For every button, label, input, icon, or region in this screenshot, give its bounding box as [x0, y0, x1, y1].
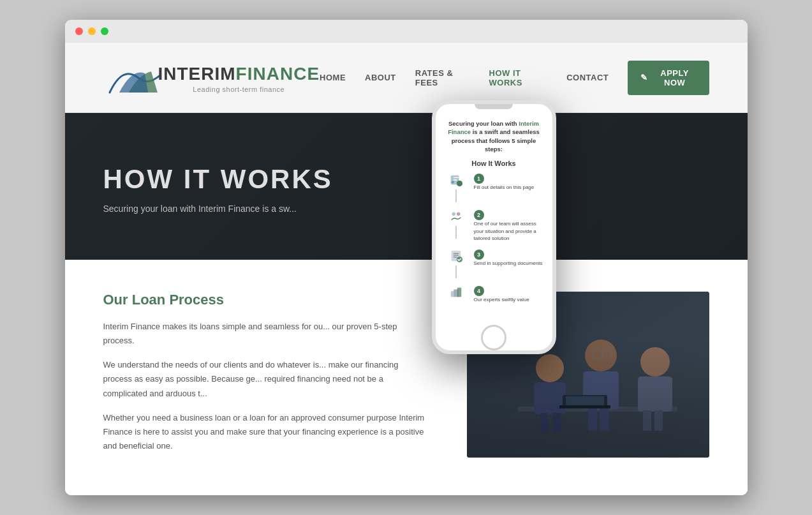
step-1-number: 1: [474, 174, 484, 184]
step-4-number: 4: [474, 286, 484, 296]
nav-home[interactable]: HOME: [320, 73, 346, 82]
browser-dot-minimize[interactable]: [88, 27, 96, 35]
svg-point-21: [593, 349, 603, 359]
step-1-icon: [448, 172, 464, 188]
step-2-left: [443, 209, 469, 239]
step-1-left: [443, 172, 469, 202]
svg-rect-16: [553, 413, 561, 432]
hero-title: HOW IT WORKS: [103, 164, 709, 195]
phone-step-3: 3 Send in supporting documents: [443, 248, 545, 278]
phone-step-4: 4 Our experts swiftly value: [443, 285, 545, 303]
svg-rect-30: [566, 396, 604, 405]
logo-mountain-icon: [103, 62, 161, 97]
svg-rect-14: [534, 382, 566, 414]
svg-point-5: [456, 213, 460, 216]
phone-section-title: How It Works: [443, 160, 545, 167]
svg-point-22: [601, 349, 611, 359]
apply-now-button[interactable]: ✎ APPLY NOW: [628, 61, 709, 95]
phone-intro-text: Securing your loan with Interim Finance …: [443, 119, 545, 153]
step-3-number: 3: [474, 250, 484, 260]
step-4-left: [443, 285, 469, 300]
phone-step-1: 1 Fill out details on this page: [443, 172, 545, 202]
nav-area: HOME ABOUT RATES & FEES HOW IT WORKS CON…: [320, 61, 709, 95]
svg-point-1: [456, 181, 462, 186]
step-1-line: [455, 190, 457, 202]
hero-section: HOW IT WORKS Securing your loan with Int…: [65, 113, 748, 260]
content-para-3: Whether you need a business loan or a lo…: [103, 411, 429, 453]
svg-point-17: [585, 340, 617, 371]
step-2-number: 2: [474, 210, 484, 220]
phone-modal[interactable]: Securing your loan with Interim Finance …: [432, 100, 556, 354]
site-wrapper: INTERIMFINANCE Leading short-term financ…: [65, 43, 748, 495]
apply-label: APPLY NOW: [653, 68, 697, 87]
svg-rect-26: [643, 410, 651, 431]
hero-subtitle: Securing your loan with Interim Finance …: [103, 204, 422, 214]
phone-step-2: 2 One of our team will assess your situa…: [443, 209, 545, 242]
step-2-line: [455, 226, 457, 239]
step-2-text: One of our team will assess your situati…: [474, 220, 545, 242]
step-3-right: 3 Send in supporting documents: [474, 248, 545, 267]
step-2-right: 2 One of our team will assess your situa…: [474, 209, 545, 242]
content-section: Our Loan Process Interim Finance makes i…: [65, 260, 748, 495]
apply-icon: ✎: [640, 73, 648, 82]
step-3-line: [455, 265, 457, 278]
browser-chrome: [65, 20, 748, 43]
svg-point-4: [452, 213, 455, 216]
step-4-icon: [448, 285, 464, 300]
step-4-right: 4 Our experts swiftly value: [474, 285, 545, 303]
logo-finance: FINANCE: [236, 64, 320, 84]
svg-point-24: [640, 347, 670, 377]
step-3-icon: [448, 248, 464, 264]
site-header: INTERIMFINANCE Leading short-term financ…: [65, 43, 748, 113]
svg-rect-15: [540, 413, 548, 432]
browser-dot-close[interactable]: [75, 27, 83, 35]
phone-device: Securing your loan with Interim Finance …: [432, 100, 556, 354]
browser-window: INTERIMFINANCE Leading short-term financ…: [65, 20, 748, 495]
step-4-text: Our experts swiftly value: [474, 296, 545, 303]
phone-home-button[interactable]: [481, 325, 506, 350]
step-1-right: 1 Fill out details on this page: [474, 172, 545, 191]
svg-rect-28: [563, 395, 607, 407]
svg-rect-20: [600, 408, 609, 431]
logo-area: INTERIMFINANCE Leading short-term financ…: [103, 62, 320, 93]
nav-contact[interactable]: CONTACT: [566, 73, 609, 82]
svg-rect-27: [654, 410, 663, 431]
nav-how-it-works[interactable]: HOW IT WORKS: [489, 68, 548, 87]
svg-rect-18: [583, 371, 619, 410]
content-para-1: Interim Finance makes its loans simple a…: [103, 320, 429, 348]
step-3-left: [443, 248, 469, 278]
svg-rect-29: [559, 405, 610, 408]
content-para-2: We understand the needs of our clients a…: [103, 358, 429, 400]
content-left: Our Loan Process Interim Finance makes i…: [103, 292, 429, 463]
nav-rates[interactable]: RATES & FEES: [415, 68, 470, 87]
browser-dot-maximize[interactable]: [101, 27, 108, 35]
logo-container: INTERIMFINANCE Leading short-term financ…: [103, 62, 320, 93]
content-title: Our Loan Process: [103, 292, 429, 308]
logo-interim: INTERIM: [158, 64, 236, 84]
svg-rect-3: [452, 181, 454, 183]
logo-tagline: Leading short-term finance: [158, 86, 320, 93]
svg-point-13: [536, 354, 564, 382]
step-1-text: Fill out details on this page: [474, 184, 545, 191]
svg-rect-25: [638, 377, 672, 412]
phone-content: Securing your loan with Interim Finance …: [436, 114, 552, 320]
phone-notch: [475, 104, 513, 109]
sections-wrapper: Securing your loan with Interim Finance …: [65, 113, 748, 495]
svg-rect-19: [588, 408, 597, 431]
logo-text: INTERIMFINANCE: [158, 64, 320, 84]
step-2-icon: [448, 209, 464, 224]
svg-rect-10: [457, 288, 461, 297]
nav-about[interactable]: ABOUT: [365, 73, 396, 82]
svg-rect-12: [518, 407, 677, 412]
step-3-text: Send in supporting documents: [474, 260, 545, 267]
